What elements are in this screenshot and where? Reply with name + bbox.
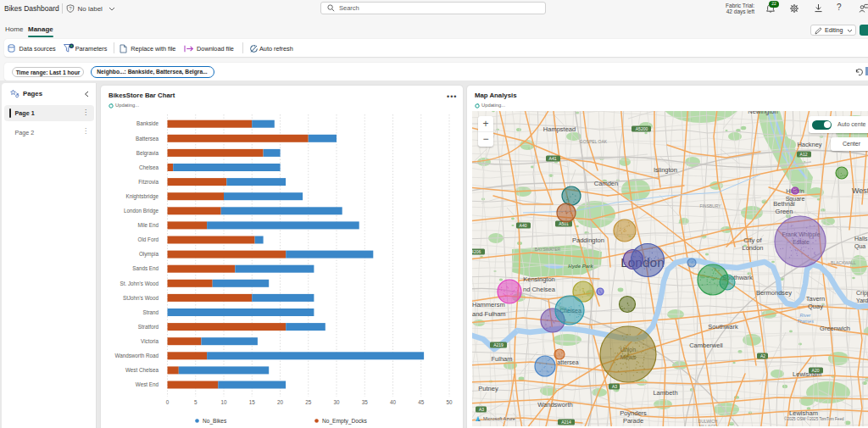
svg-text:A3: A3 xyxy=(612,384,617,389)
svg-text:40: 40 xyxy=(390,399,397,405)
svg-text:0: 0 xyxy=(166,399,170,405)
svg-text:No_Bikes: No_Bikes xyxy=(203,418,227,425)
svg-text:Lambeth: Lambeth xyxy=(653,389,677,397)
svg-text:Lewisham: Lewisham xyxy=(793,370,821,378)
svg-text:A40: A40 xyxy=(520,223,527,228)
svg-text:VILLAGE: VILLAGE xyxy=(699,424,718,426)
svg-text:Thames: Thames xyxy=(797,319,814,324)
svg-text:20: 20 xyxy=(277,399,284,405)
svg-text:GOSPEL OAK: GOSPEL OAK xyxy=(580,139,608,144)
svg-text:Kensington: Kensington xyxy=(523,275,555,283)
svg-text:A4206: A4206 xyxy=(472,249,481,254)
svg-text:Hackney: Hackney xyxy=(797,141,821,148)
svg-text:Sands End: Sands End xyxy=(132,265,159,271)
svg-text:5: 5 xyxy=(194,399,198,405)
svg-text:attersea: attersea xyxy=(557,359,578,365)
svg-text:River: River xyxy=(800,313,812,318)
svg-text:A219: A219 xyxy=(493,342,504,347)
svg-text:Camden: Camden xyxy=(594,180,618,187)
svg-text:10: 10 xyxy=(220,399,227,405)
svg-text:Lewisham: Lewisham xyxy=(789,409,818,417)
svg-text:StJohn's Wood: StJohn's Wood xyxy=(123,295,159,301)
svg-text:Olympia: Olympia xyxy=(139,251,159,258)
svg-text:Chelsea: Chelsea xyxy=(139,164,159,170)
svg-text:BAYSWATER: BAYSWATER xyxy=(535,247,561,252)
svg-text:Wandsworth: Wandsworth xyxy=(537,401,572,409)
svg-text:Mile End: Mile End xyxy=(138,222,159,228)
svg-text:Square: Square xyxy=(786,196,805,203)
svg-text:West Chelsea: West Chelsea xyxy=(125,367,159,373)
svg-text:London Bridge: London Bridge xyxy=(124,208,159,214)
svg-text:Hampstead: Hampstead xyxy=(543,125,576,133)
svg-text:Southwark: Southwark xyxy=(708,323,738,331)
svg-text:Islington: Islington xyxy=(654,166,677,174)
svg-text:25: 25 xyxy=(305,399,312,405)
svg-text:45: 45 xyxy=(418,399,425,405)
svg-text:Camberwell: Camberwell xyxy=(689,342,723,349)
svg-text:City of: City of xyxy=(743,236,762,244)
svg-text:Green: Green xyxy=(776,208,793,215)
svg-text:Putney: Putney xyxy=(478,385,498,392)
svg-text:A41: A41 xyxy=(549,156,557,161)
svg-text:FINSBURY: FINSBURY xyxy=(699,203,721,208)
svg-text:Bermondsey: Bermondsey xyxy=(756,289,792,297)
svg-text:Old Ford: Old Ford xyxy=(138,236,159,242)
svg-text:nd Chelsea: nd Chelsea xyxy=(523,286,556,293)
svg-text:50: 50 xyxy=(446,399,453,405)
svg-text:BLACKWALL: BLACKWALL xyxy=(831,260,856,265)
svg-text:West End: West End xyxy=(136,381,159,387)
svg-text:Yard: Yard xyxy=(856,297,868,303)
svg-text:Wandsworth Road: Wandsworth Road xyxy=(114,353,159,359)
svg-text:Tavern: Tavern xyxy=(806,295,826,303)
svg-text:Knightsbridge: Knightsbridge xyxy=(125,193,159,200)
svg-text:A3: A3 xyxy=(479,407,484,412)
svg-text:Fitzrovia: Fitzrovia xyxy=(138,179,159,185)
svg-text:Hyde Park: Hyde Park xyxy=(568,264,593,269)
svg-text:Fulham: Fulham xyxy=(491,355,512,363)
svg-text:Hammersm: Hammersm xyxy=(472,301,505,308)
svg-text:15: 15 xyxy=(249,399,256,405)
svg-text:Belgravia: Belgravia xyxy=(136,150,159,157)
svg-text:Cripp: Cripp xyxy=(856,290,868,297)
svg-text:Bankside: Bankside xyxy=(136,120,159,126)
svg-text:A2: A2 xyxy=(760,353,765,359)
svg-text:Qua: Qua xyxy=(854,243,865,250)
svg-text:St. John's Wood: St. John's Wood xyxy=(120,281,159,286)
svg-text:?: ? xyxy=(69,6,71,11)
svg-text:35: 35 xyxy=(362,399,369,405)
svg-text:Halls: Halls xyxy=(854,236,868,242)
svg-text:Greenwich: Greenwich xyxy=(820,325,850,332)
svg-text:Battersea: Battersea xyxy=(136,136,159,142)
svg-text:and Fulham: and Fulham xyxy=(472,310,506,318)
svg-text:No_Empty_Docks: No_Empty_Docks xyxy=(322,418,367,425)
svg-text:West: West xyxy=(852,186,868,195)
svg-text:Poynders: Poynders xyxy=(620,409,647,417)
svg-text:Newington: Newington xyxy=(748,111,777,115)
svg-text:A5200: A5200 xyxy=(636,126,648,131)
svg-text:Stratford: Stratford xyxy=(138,324,159,330)
svg-text:Parade: Parade xyxy=(623,417,643,425)
svg-text:Paddington: Paddington xyxy=(572,236,604,244)
svg-text:30: 30 xyxy=(333,399,340,405)
svg-text:London: London xyxy=(742,244,763,252)
svg-text:Strand: Strand xyxy=(142,309,159,315)
svg-text:A214: A214 xyxy=(561,420,571,425)
svg-text:Quay: Quay xyxy=(808,303,823,310)
svg-text:Victoria: Victoria xyxy=(141,338,159,344)
svg-text:A12: A12 xyxy=(800,152,808,157)
